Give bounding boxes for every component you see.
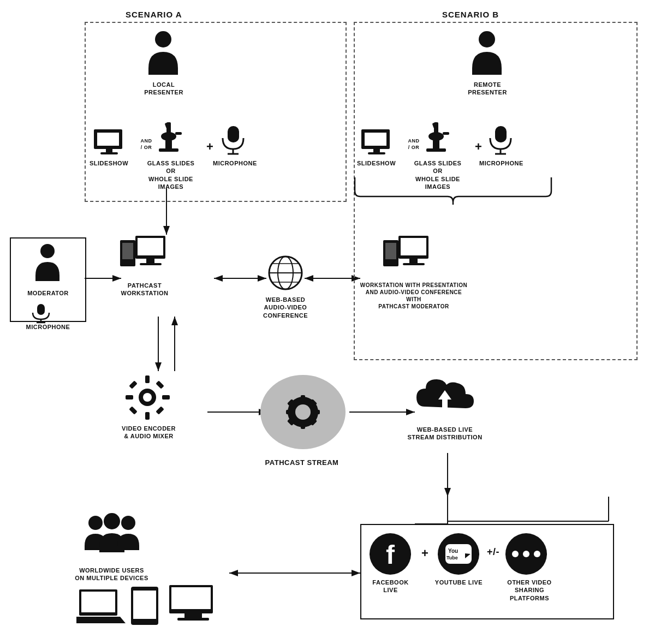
other-platforms-label: OTHER VIDEOSHARING PLATFORMS <box>497 579 562 602</box>
scenario-a-header: SCENARIO A <box>126 10 182 19</box>
remote-presenter-label: REMOTEPRESENTER <box>455 81 520 97</box>
svg-rect-71 <box>162 395 170 399</box>
worldwide-users-label: WORLDWIDE USERSON MULTIPLE DEVICES <box>72 567 151 582</box>
worldwide-users-icon <box>76 513 147 564</box>
and-or-b: AND/ OR <box>403 138 425 151</box>
svg-rect-97 <box>171 587 211 609</box>
slideshow-a-icon <box>93 128 126 159</box>
svg-point-21 <box>155 31 171 47</box>
svg-rect-64 <box>409 259 418 263</box>
svg-rect-79 <box>301 395 305 402</box>
pathcast-workstation-label: PATHCASTWORKSTATION <box>117 282 172 297</box>
moderator-icon <box>30 243 66 289</box>
svg-rect-63 <box>401 238 426 255</box>
glass-slides-b-icon <box>422 121 455 159</box>
pathcast-workstation-icon <box>119 235 168 281</box>
svg-rect-74 <box>129 406 138 415</box>
svg-rect-70 <box>126 395 133 399</box>
glass-slides-a-icon <box>154 121 187 159</box>
mic-b-label: MICROPHONE <box>479 159 523 167</box>
pathcast-stream-icon <box>257 371 349 455</box>
svg-rect-54 <box>426 148 446 152</box>
and-or-a: AND/ OR <box>135 138 157 151</box>
svg-rect-82 <box>313 410 320 414</box>
svg-point-46 <box>479 31 495 47</box>
svg-rect-92 <box>81 592 115 612</box>
svg-rect-61 <box>385 243 396 259</box>
svg-rect-23 <box>97 133 119 146</box>
svg-rect-40 <box>140 263 162 265</box>
svg-rect-29 <box>159 148 178 152</box>
plus-platforms-1: + <box>421 546 428 562</box>
slideshow-b-label: SLIDESHOW <box>356 159 397 167</box>
local-presenter-icon <box>143 30 184 81</box>
svg-rect-73 <box>156 380 164 389</box>
remote-workstation-label: WORKSTATION WITH PRESENTATIONAND AUDIO-V… <box>359 282 468 310</box>
svg-point-17 <box>40 244 55 258</box>
youtube-live-label: YOUTUBE LIVE <box>433 579 485 586</box>
facebook-icon: f <box>368 532 412 578</box>
svg-point-52 <box>428 132 444 141</box>
svg-rect-32 <box>228 126 239 142</box>
mic-b-icon <box>486 124 516 158</box>
svg-text:f: f <box>386 540 395 569</box>
mic-a-label: MICROPHONE <box>213 159 257 167</box>
svg-rect-98 <box>184 613 202 618</box>
web-conference-label: WEB-BASEDAUDIO-VIDEOCONFERENCE <box>255 296 315 319</box>
svg-point-78 <box>295 404 311 420</box>
svg-point-88 <box>88 516 103 530</box>
svg-rect-75 <box>156 406 164 415</box>
svg-rect-72 <box>129 380 138 389</box>
svg-rect-69 <box>145 412 150 420</box>
web-live-stream-icon <box>414 371 477 428</box>
svg-point-108 <box>512 551 519 557</box>
web-conference-icon <box>266 254 305 294</box>
svg-rect-81 <box>286 410 293 414</box>
svg-rect-18 <box>37 304 45 315</box>
svg-rect-50 <box>368 152 385 154</box>
plus-b: + <box>475 139 482 155</box>
video-encoder-label: VIDEO ENCODER& AUDIO MIXER <box>117 425 180 440</box>
svg-rect-55 <box>443 132 449 135</box>
svg-rect-48 <box>365 133 386 146</box>
scenario-b-header: SCENARIO B <box>442 10 499 19</box>
plus-a: + <box>206 139 213 155</box>
remote-workstation-icon <box>382 235 431 281</box>
moderator-mic-label: MICROPHONE <box>10 323 86 331</box>
svg-text:Tube: Tube <box>446 555 458 560</box>
svg-point-95 <box>143 625 146 628</box>
local-presenter-label: LOCALPRESENTER <box>131 81 196 97</box>
svg-point-110 <box>534 551 540 557</box>
svg-point-109 <box>523 551 529 557</box>
svg-rect-99 <box>177 618 209 621</box>
svg-point-67 <box>143 393 152 402</box>
svg-rect-94 <box>133 591 156 619</box>
mic-a-icon <box>218 124 248 158</box>
facebook-live-label: FACEBOOK LIVE <box>365 579 416 594</box>
youtube-icon: You Tube <box>437 532 480 578</box>
moderator-label: MODERATOR <box>10 289 86 297</box>
svg-rect-53 <box>433 140 439 150</box>
svg-text:You: You <box>448 548 458 554</box>
svg-rect-49 <box>373 149 380 153</box>
remote-presenter-icon <box>467 30 508 81</box>
svg-rect-39 <box>146 259 154 263</box>
svg-rect-38 <box>138 238 163 255</box>
devices-icon <box>76 584 218 635</box>
pathcast-stream-label: PATHCAST STREAM <box>255 458 348 468</box>
slideshow-a-label: SLIDESHOW <box>88 159 129 167</box>
svg-point-27 <box>161 132 176 141</box>
svg-rect-65 <box>403 263 425 265</box>
svg-rect-80 <box>301 422 305 429</box>
svg-rect-68 <box>145 375 150 383</box>
svg-rect-28 <box>165 140 172 150</box>
svg-rect-57 <box>495 126 507 142</box>
web-live-stream-label: WEB-BASED LIVESTREAM DISTRIBUTION <box>407 426 483 442</box>
svg-rect-30 <box>175 132 182 135</box>
plus-minus-platforms: +/- <box>487 546 499 558</box>
svg-rect-25 <box>100 152 118 154</box>
moderator-mic-icon <box>30 303 52 326</box>
svg-point-90 <box>121 516 135 530</box>
video-encoder-icon <box>124 374 171 423</box>
scenario-a-box <box>85 22 347 202</box>
